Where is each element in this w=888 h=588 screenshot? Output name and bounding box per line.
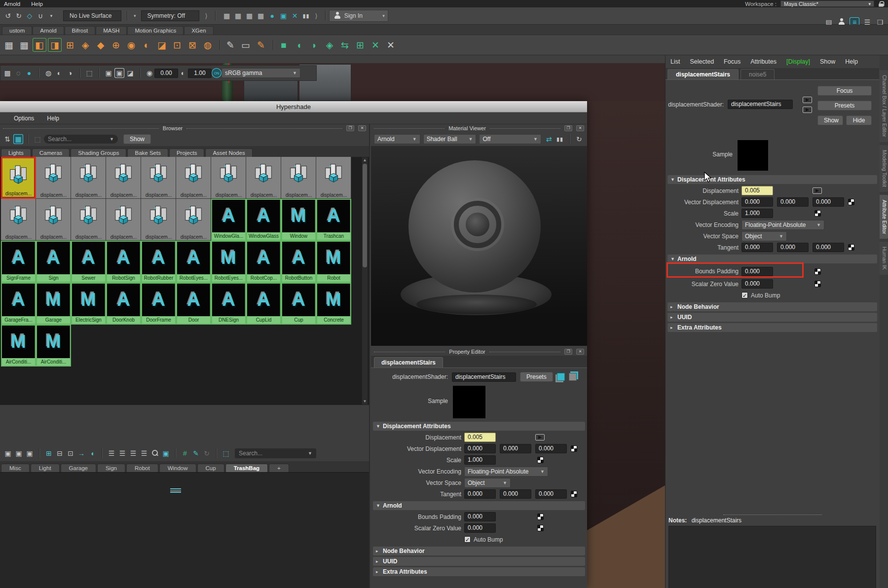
swatch-displacem[interactable]: displacem... [1, 199, 36, 241]
scroll-handle[interactable] [363, 164, 367, 267]
swatch-robot[interactable]: MRobot [316, 241, 351, 283]
tangent-z-input[interactable]: 0.000 [535, 489, 567, 499]
hide-button[interactable]: Hide [846, 115, 872, 125]
ipr-render-icon[interactable]: ▦ [245, 11, 255, 21]
menu-arnold[interactable]: Arnold [4, 1, 20, 7]
show-button[interactable]: Show [817, 115, 843, 125]
displacement-input[interactable]: 0.005 [464, 433, 496, 442]
mash-replicate-icon[interactable]: ⊕ [109, 38, 123, 52]
render-frame-icon[interactable]: ▦ [222, 11, 232, 21]
focus-button[interactable]: Focus [817, 86, 872, 96]
mash-grid2-icon[interactable]: ▦ [17, 38, 31, 52]
mash-cage-icon[interactable]: ⊠ [185, 38, 199, 52]
menu-display[interactable]: [Display] [786, 58, 810, 65]
export-all-icon[interactable]: ▣ [14, 448, 24, 458]
swatch-displacem[interactable]: displacem... [281, 157, 316, 199]
swatch-window[interactable]: MWindow [281, 199, 316, 241]
swatch-cup[interactable]: ACup [281, 283, 316, 325]
clear-graph-icon[interactable]: ◖ [87, 448, 97, 458]
float-panel-icon[interactable]: ❐ [564, 125, 572, 131]
swatch-robotcop[interactable]: ARobotCop... [246, 241, 281, 283]
texture-map-icon[interactable] [571, 491, 577, 497]
renderer-select[interactable]: Arnold▼ [374, 134, 420, 144]
section-header-displacement-attributes[interactable]: ▼ Displacement Attributes [373, 422, 585, 431]
section-header-uuid[interactable]: ▸UUID [373, 557, 585, 566]
input-connections-icon[interactable]: → [76, 448, 86, 458]
tab-asset-nodes[interactable]: Asset Nodes [205, 148, 252, 157]
swatch-displacem[interactable]: displacem... [176, 199, 211, 241]
section-header-displacement-attributes[interactable]: ▼ Displacement Attributes [667, 175, 877, 184]
swatch-displacem[interactable]: displacem... [71, 199, 106, 241]
swatch-robotbutton[interactable]: ARobotButton [281, 241, 316, 283]
tab-cameras[interactable]: Cameras [32, 148, 70, 157]
geometry-select[interactable]: Shader Ball▼ [423, 134, 477, 144]
texture-map-icon[interactable] [571, 445, 577, 452]
tab-garage[interactable]: Garage [61, 464, 96, 472]
texture-map-icon[interactable] [848, 199, 854, 205]
texture-map-icon[interactable] [537, 514, 544, 520]
hypershade-titlebar[interactable]: Hypershade [0, 101, 587, 112]
mash-network2-icon[interactable]: ◨ [48, 38, 62, 52]
pause-icon[interactable]: ▮▮ [301, 11, 311, 21]
float-panel-icon[interactable]: ❐ [564, 349, 572, 355]
add-selected-icon[interactable]: ⊟ [55, 448, 65, 458]
scalar-zero-input[interactable]: 0.000 [741, 279, 773, 289]
mash-distribute-icon[interactable]: ⊞ [63, 38, 77, 52]
mash-grid-icon[interactable]: ▦ [2, 38, 16, 52]
swatch-windowglass[interactable]: AWindowGlass [246, 199, 281, 241]
tab-bake-sets[interactable]: Bake Sets [127, 148, 168, 157]
scroll-up-icon[interactable]: ▲ [362, 157, 368, 163]
import-node-icon[interactable]: ▣ [25, 448, 35, 458]
texture-map-icon[interactable] [848, 244, 854, 251]
mash-orient-icon[interactable]: ◉ [124, 38, 138, 52]
tab-robot[interactable]: Robot [126, 464, 158, 472]
swatch-displacem[interactable]: displacem... [141, 157, 176, 199]
sort-icon[interactable]: ⇅ [2, 134, 12, 144]
vector-space-select[interactable]: Object▼ [464, 478, 511, 488]
texture-view-icon[interactable]: ▣ [279, 11, 289, 21]
sign-in-button[interactable]: Sign In ▾ [329, 10, 388, 22]
swatch-displacem[interactable]: displacem... [316, 157, 351, 199]
connection-icon[interactable] [813, 187, 822, 194]
swatch-doorknob[interactable]: ADoorKnob [106, 283, 141, 325]
shader-name-field[interactable]: displacementStairs [728, 100, 793, 109]
tab-sign[interactable]: Sign [97, 464, 125, 472]
vector-displacement-y-input[interactable]: 0.000 [777, 197, 809, 207]
reduce-icon[interactable]: ⊞ [353, 38, 367, 52]
display-layer-icon[interactable]: ● [267, 11, 277, 21]
tab-arnold[interactable]: Arnold [33, 26, 64, 35]
tab-noise5[interactable]: noise5 [740, 69, 775, 79]
tab-bifrost[interactable]: Bifrost [65, 26, 96, 35]
side-tab-human-ik[interactable]: Human IK [880, 242, 888, 275]
environment-select[interactable]: Off▼ [479, 134, 541, 144]
side-tab-modeling-toolkit[interactable]: Modeling Toolkit [880, 145, 888, 192]
bounds-padding-input[interactable]: 0.000 [464, 512, 496, 521]
section-header-extra-attributes[interactable]: ▸Extra Attributes [373, 567, 585, 576]
notes-divider[interactable] [723, 514, 822, 515]
refresh-swatch-icon[interactable]: ↻ [202, 448, 212, 458]
paint-select-icon[interactable]: ◇ [25, 11, 35, 21]
swatch-doorframe[interactable]: ADoorFrame [141, 283, 176, 325]
gamma-field[interactable]: 1.00 [188, 69, 212, 78]
remove-node-icon[interactable]: ⊡ [66, 448, 75, 458]
exposure-field[interactable]: 0.00 [154, 69, 178, 78]
tab-ustom[interactable]: ustom [2, 26, 32, 35]
retopo-icon[interactable]: ⇆ [338, 38, 352, 52]
vector-displacement-z-input[interactable]: 0.000 [535, 444, 567, 453]
browser-search-input[interactable]: Search... ▼ [44, 135, 118, 144]
texture-map-icon[interactable] [537, 457, 544, 463]
menu-help[interactable]: Help [47, 115, 59, 122]
vector-displacement-y-input[interactable]: 0.000 [500, 444, 531, 453]
swatch-concrete[interactable]: MConcrete [316, 283, 351, 325]
layout-rows2-icon[interactable]: ☰ [117, 448, 127, 458]
resize-swatch-icon[interactable]: ⬚ [221, 448, 231, 458]
workspace-select[interactable]: Maya Classic* ▾ [780, 0, 874, 7]
menu-focus[interactable]: Focus [724, 58, 740, 65]
tab-shading-groups[interactable]: Shading Groups [71, 148, 126, 157]
tab-projects[interactable]: Projects [169, 148, 205, 157]
mash-symmetry-icon[interactable]: ⊡ [170, 38, 184, 52]
viewport-right-strip[interactable] [587, 101, 665, 588]
tool-dropdown-arrow[interactable]: ▾ [46, 11, 56, 21]
curve-edit-icon[interactable]: ▭ [239, 38, 253, 52]
input-connection-icon[interactable] [803, 97, 812, 103]
